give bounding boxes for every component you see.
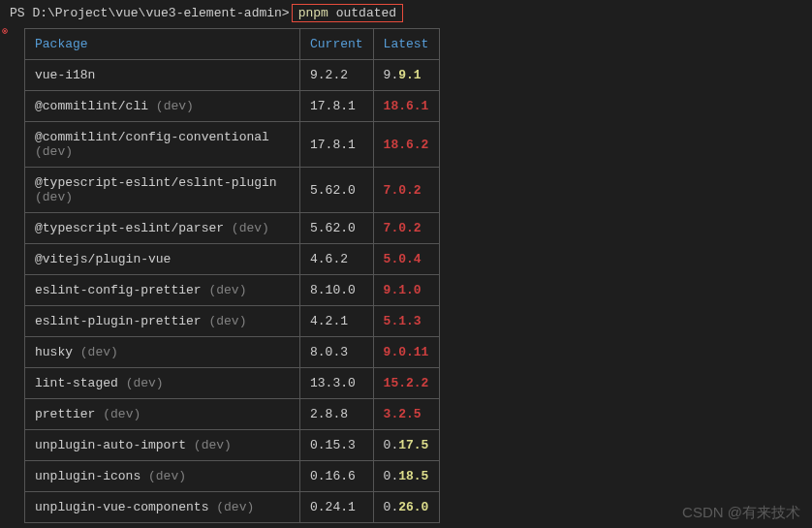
dev-tag: (dev) (95, 407, 141, 421)
dev-tag: (dev) (118, 376, 164, 390)
header-latest: Latest (373, 29, 439, 60)
latest-highlight: 18.6.2 (384, 138, 429, 152)
package-cell: lint-staged (dev) (25, 368, 300, 399)
prompt-line[interactable]: PS D:\Project\vue\vue3-element-admin> pn… (10, 4, 802, 22)
dev-tag: (dev) (141, 469, 186, 483)
table-row: prettier (dev)2.8.83.2.5 (25, 399, 440, 430)
package-name: eslint-plugin-prettier (35, 314, 202, 328)
latest-highlight: 9.0.11 (384, 345, 429, 359)
table-row: lint-staged (dev)13.3.015.2.2 (25, 368, 440, 399)
package-cell: @typescript-eslint/parser (dev) (25, 213, 300, 244)
latest-highlight: 5.1.3 (384, 314, 422, 328)
package-name: @vitejs/plugin-vue (35, 252, 171, 266)
current-version-cell: 4.2.1 (300, 306, 374, 337)
table-row: @commitlint/cli (dev)17.8.118.6.1 (25, 91, 440, 122)
outdated-table: Package Current Latest vue-i18n9.2.29.9.… (24, 28, 440, 523)
latest-highlight: 18.5 (398, 469, 428, 483)
latest-version-cell: 0.17.5 (373, 430, 439, 461)
dev-tag: (dev) (73, 345, 118, 359)
table-row: @typescript-eslint/eslint-plugin (dev)5.… (25, 168, 440, 213)
command-highlight-box: pnpm outdated (292, 4, 403, 22)
package-name: unplugin-auto-import (35, 438, 186, 452)
table-row: unplugin-auto-import (dev)0.15.30.17.5 (25, 430, 440, 461)
package-cell: unplugin-icons (dev) (25, 461, 300, 492)
error-indicator-icon: ⊗ (2, 25, 8, 37)
current-version-cell: 0.16.6 (300, 461, 374, 492)
latest-highlight: 5.0.4 (384, 252, 422, 266)
header-current: Current (300, 29, 374, 60)
table-row: unplugin-vue-components (dev)0.24.10.26.… (25, 492, 440, 523)
dev-tag: (dev) (208, 500, 254, 514)
latest-version-cell: 7.0.2 (373, 213, 439, 244)
package-cell: vue-i18n (25, 60, 300, 91)
package-name: unplugin-icons (35, 469, 141, 483)
latest-version-cell: 18.6.1 (373, 91, 439, 122)
package-cell: unplugin-vue-components (dev) (25, 492, 300, 523)
latest-version-cell: 5.1.3 (373, 306, 439, 337)
latest-version-cell: 3.2.5 (373, 399, 439, 430)
latest-highlight: 17.5 (398, 438, 428, 452)
latest-version-cell: 9.0.11 (373, 337, 439, 368)
package-cell: husky (dev) (25, 337, 300, 368)
latest-highlight: 7.0.2 (384, 183, 422, 198)
latest-highlight: 3.2.5 (384, 407, 422, 421)
table-row: @typescript-eslint/parser (dev)5.62.07.0… (25, 213, 440, 244)
latest-prefix: 9. (384, 68, 399, 82)
dev-tag: (dev) (148, 99, 194, 113)
table-row: vue-i18n9.2.29.9.1 (25, 60, 440, 91)
package-name: vue-i18n (35, 68, 95, 82)
latest-version-cell: 15.2.2 (373, 368, 439, 399)
latest-highlight: 9.1.0 (384, 283, 422, 297)
header-package: Package (25, 29, 300, 60)
package-name: @commitlint/config-conventional (35, 130, 269, 144)
terminal-output: PS D:\Project\vue\vue3-element-admin> pn… (0, 0, 812, 527)
package-name: lint-staged (35, 376, 118, 390)
current-version-cell: 17.8.1 (300, 91, 374, 122)
dev-tag: (dev) (224, 221, 269, 235)
current-version-cell: 5.62.0 (300, 168, 374, 213)
package-name: prettier (35, 407, 95, 421)
table-row: eslint-plugin-prettier (dev)4.2.15.1.3 (25, 306, 440, 337)
current-version-cell: 8.0.3 (300, 337, 374, 368)
package-name: @typescript-eslint/parser (35, 221, 224, 235)
command-name: pnpm (298, 6, 328, 20)
package-name: @typescript-eslint/eslint-plugin (35, 175, 277, 190)
package-cell: eslint-config-prettier (dev) (25, 275, 300, 306)
current-version-cell: 13.3.0 (300, 368, 374, 399)
latest-version-cell: 18.6.2 (373, 122, 439, 168)
current-version-cell: 17.8.1 (300, 122, 374, 168)
latest-prefix: 0. (384, 438, 399, 452)
dev-tag: (dev) (202, 283, 247, 297)
table-header-row: Package Current Latest (25, 29, 440, 60)
prompt-path: PS D:\Project\vue\vue3-element-admin> (10, 6, 290, 20)
current-version-cell: 5.62.0 (300, 213, 374, 244)
package-cell: @typescript-eslint/eslint-plugin (dev) (25, 168, 300, 213)
dev-tag: (dev) (35, 190, 73, 204)
package-cell: eslint-plugin-prettier (dev) (25, 306, 300, 337)
latest-prefix: 0. (384, 469, 399, 483)
package-name: unplugin-vue-components (35, 500, 208, 514)
table-row: husky (dev)8.0.39.0.11 (25, 337, 440, 368)
latest-highlight: 9.1 (398, 68, 421, 82)
package-name: husky (35, 345, 73, 359)
outdated-table-container: Package Current Latest vue-i18n9.2.29.9.… (24, 28, 802, 523)
dev-tag: (dev) (186, 438, 232, 452)
latest-highlight: 18.6.1 (384, 99, 429, 113)
current-version-cell: 9.2.2 (300, 60, 374, 91)
table-row: @commitlint/config-conventional (dev)17.… (25, 122, 440, 168)
package-cell: unplugin-auto-import (dev) (25, 430, 300, 461)
latest-version-cell: 7.0.2 (373, 168, 439, 213)
table-row: unplugin-icons (dev)0.16.60.18.5 (25, 461, 440, 492)
dev-tag: (dev) (35, 144, 73, 159)
table-row: @vitejs/plugin-vue4.6.25.0.4 (25, 244, 440, 275)
package-cell: prettier (dev) (25, 399, 300, 430)
table-row: eslint-config-prettier (dev)8.10.09.1.0 (25, 275, 440, 306)
current-version-cell: 0.15.3 (300, 430, 374, 461)
package-cell: @commitlint/config-conventional (dev) (25, 122, 300, 168)
latest-highlight: 7.0.2 (384, 221, 422, 235)
current-version-cell: 8.10.0 (300, 275, 374, 306)
command-arg: outdated (336, 6, 396, 20)
current-version-cell: 4.6.2 (300, 244, 374, 275)
latest-version-cell: 5.0.4 (373, 244, 439, 275)
latest-version-cell: 0.26.0 (373, 492, 439, 523)
